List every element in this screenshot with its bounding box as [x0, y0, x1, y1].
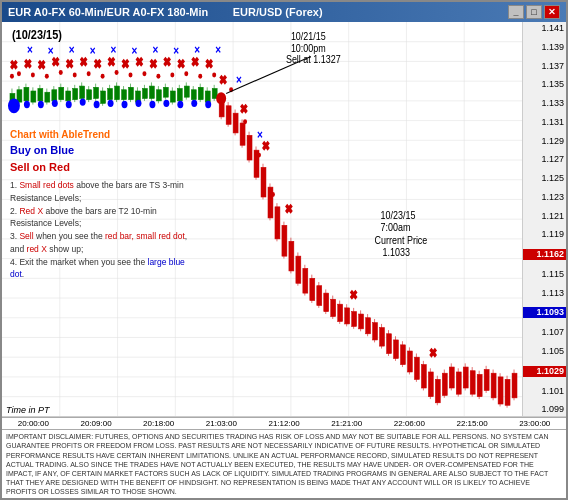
svg-rect-88: [219, 100, 224, 117]
svg-rect-50: [87, 90, 92, 100]
svg-rect-58: [115, 86, 120, 100]
svg-rect-170: [505, 379, 510, 405]
time-2215: 22:15:00: [441, 419, 504, 428]
svg-rect-66: [142, 89, 147, 99]
svg-text:(10/23/15): (10/23/15): [12, 27, 62, 42]
price-1119: 1.119: [523, 230, 566, 239]
svg-text:×: ×: [11, 58, 17, 71]
svg-text:×: ×: [430, 346, 436, 359]
svg-text:Sell at 1.1327: Sell at 1.1327: [286, 53, 341, 65]
svg-rect-146: [421, 365, 426, 388]
svg-rect-68: [149, 86, 154, 98]
price-1105: 1.105: [523, 347, 566, 356]
svg-rect-130: [366, 318, 371, 334]
svg-point-196: [38, 101, 44, 108]
svg-text:×: ×: [220, 73, 226, 86]
price-1127: 1.127: [523, 155, 566, 164]
svg-text:10/23/15: 10/23/15: [381, 209, 416, 221]
svg-rect-84: [205, 91, 210, 102]
price-1107: 1.107: [523, 328, 566, 337]
time-2300: 23:00:00: [503, 419, 566, 428]
svg-text:×: ×: [136, 55, 142, 68]
svg-rect-120: [331, 299, 336, 316]
svg-text:×: ×: [164, 55, 170, 68]
svg-rect-62: [129, 87, 134, 99]
svg-rect-76: [177, 89, 182, 101]
close-button[interactable]: ✕: [544, 5, 560, 19]
svg-rect-166: [491, 373, 496, 398]
svg-text:×: ×: [81, 55, 87, 68]
svg-rect-172: [512, 373, 517, 398]
time-2206: 22:06:00: [378, 419, 441, 428]
svg-rect-154: [449, 367, 454, 388]
step-1: 1. Small red dots above the bars are TS …: [10, 179, 195, 205]
svg-rect-90: [226, 106, 231, 124]
window-controls: _ □ ✕: [508, 5, 560, 19]
svg-rect-158: [463, 367, 468, 388]
title-bar: EUR A0-FX 60-Min/EUR A0-FX 180-Min EUR/U…: [2, 2, 566, 22]
svg-text:×: ×: [69, 43, 75, 56]
svg-rect-32: [24, 87, 29, 101]
svg-rect-104: [275, 207, 280, 239]
svg-rect-136: [387, 334, 392, 354]
svg-point-204: [149, 101, 155, 108]
svg-point-186: [170, 73, 174, 78]
svg-text:×: ×: [257, 128, 263, 141]
svg-text:×: ×: [111, 43, 117, 56]
svg-rect-48: [80, 86, 85, 98]
price-1129: 1.129: [523, 137, 566, 146]
time-label-row: 20:00:00 20:09:00 20:18:00 21:03:00 21:1…: [2, 417, 566, 429]
maximize-button[interactable]: □: [526, 5, 542, 19]
svg-text:×: ×: [192, 55, 198, 68]
svg-point-177: [45, 74, 49, 79]
svg-text:×: ×: [48, 44, 54, 57]
svg-point-199: [80, 98, 86, 105]
svg-point-174: [10, 74, 14, 79]
svg-point-192: [257, 153, 261, 158]
svg-rect-138: [393, 340, 398, 358]
svg-text:1.1033: 1.1033: [383, 246, 411, 258]
step-2: 2. Red X above the bars are T2 10-min Re…: [10, 205, 195, 231]
svg-rect-162: [477, 374, 482, 396]
svg-rect-36: [38, 89, 43, 101]
chart-container: × × × × × × × × × × × × × × × × ×: [2, 22, 566, 416]
svg-rect-156: [456, 372, 461, 394]
price-1121: 1.121: [523, 212, 566, 221]
svg-point-178: [59, 70, 63, 75]
svg-text:×: ×: [178, 57, 184, 70]
svg-rect-96: [247, 135, 252, 160]
svg-rect-92: [233, 113, 238, 133]
svg-rect-70: [156, 90, 161, 101]
price-1113: 1.113: [523, 289, 566, 298]
svg-rect-160: [470, 371, 475, 394]
bottom-section: 20:00:00 20:09:00 20:18:00 21:03:00 21:1…: [2, 416, 566, 498]
svg-rect-38: [45, 92, 50, 102]
svg-point-180: [87, 71, 91, 76]
svg-text:×: ×: [67, 57, 73, 70]
svg-point-187: [184, 71, 188, 76]
price-1141: 1.141: [523, 24, 566, 33]
svg-rect-112: [303, 268, 308, 293]
subtitle-text: EUR/USD (Forex): [233, 6, 323, 18]
svg-rect-144: [414, 357, 419, 379]
window-title: EUR A0-FX 60-Min/EUR A0-FX 180-Min EUR/U…: [8, 6, 323, 18]
legend-buy: Buy on Blue: [10, 142, 195, 159]
svg-rect-60: [122, 90, 127, 100]
svg-rect-128: [359, 314, 364, 329]
minimize-button[interactable]: _: [508, 5, 524, 19]
price-1137: 1.137: [523, 62, 566, 71]
chart-legend: Chart with AbleTrend Buy on Blue Sell on…: [10, 127, 195, 281]
time-2000: 20:00:00: [2, 419, 65, 428]
svg-rect-82: [198, 87, 203, 99]
svg-rect-108: [289, 241, 294, 271]
svg-rect-124: [345, 308, 350, 324]
svg-text:×: ×: [351, 288, 357, 301]
svg-rect-152: [442, 373, 447, 395]
svg-rect-42: [59, 87, 64, 99]
svg-text:×: ×: [215, 43, 221, 56]
main-window: EUR A0-FX 60-Min/EUR A0-FX 180-Min EUR/U…: [0, 0, 568, 500]
svg-point-182: [115, 70, 119, 75]
svg-rect-78: [184, 86, 189, 97]
svg-rect-148: [428, 372, 433, 397]
svg-rect-142: [407, 351, 412, 372]
